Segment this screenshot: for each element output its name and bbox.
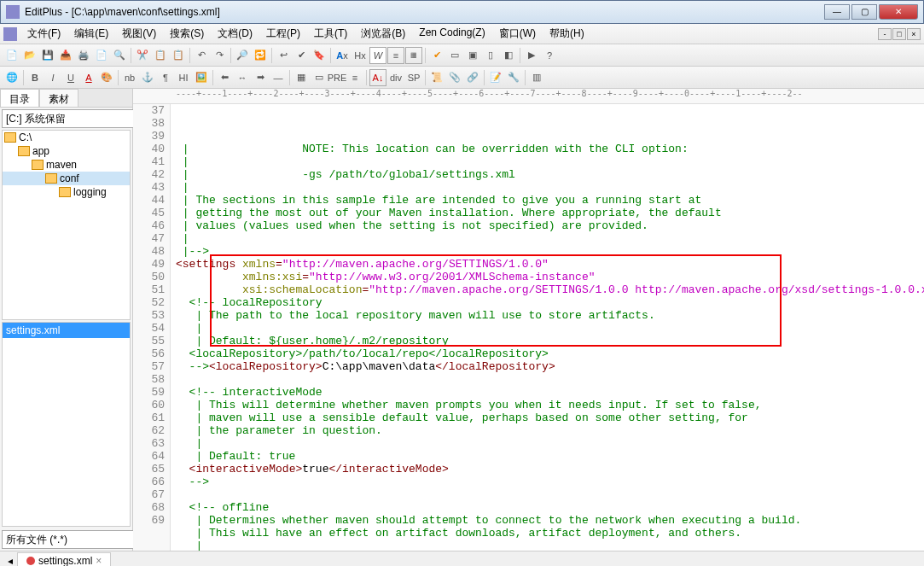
code-line[interactable]: | [176,181,924,194]
cut-icon[interactable]: ✂️ [134,47,151,64]
image-icon[interactable]: 🖼️ [193,69,210,86]
replace-icon[interactable]: 🔁 [252,47,269,64]
code-line[interactable]: |--> [176,245,924,258]
code-line[interactable]: | This will have an effect on artifact d… [176,527,924,540]
app-menu-icon[interactable] [3,27,17,41]
grid-icon[interactable]: ▦ [405,47,422,64]
undo-icon[interactable]: ↶ [193,47,210,64]
mdi-minimize-button[interactable]: - [878,28,892,40]
folder-tree[interactable]: C:\appmavenconflogging [2,130,131,320]
menu-item[interactable]: 浏览器(B) [354,25,412,43]
menu-item[interactable]: 窗口(W) [492,25,543,43]
code-line[interactable]: | The path to the local repository maven… [176,309,924,322]
pre-icon[interactable]: PRE [328,69,346,86]
table-icon[interactable]: ▦ [293,69,310,86]
code-line[interactable]: xsi:schemaLocation="http://maven.apache.… [176,283,924,296]
wrap-icon[interactable]: ↩ [275,47,292,64]
code-line[interactable]: --> [176,476,924,488]
maximize-button[interactable]: ▢ [851,4,877,20]
spellcheck-icon[interactable]: ✔ [293,47,310,64]
import-icon[interactable]: 📄 [93,47,110,64]
code-line[interactable]: | [176,322,924,335]
new-file-icon[interactable]: 📄 [3,47,20,64]
menu-item[interactable]: 视图(V) [115,25,163,43]
code-line[interactable]: | The sections in this sample file are i… [176,194,924,207]
code-line[interactable]: | Determines whether maven should attemp… [176,514,924,527]
close-tab-icon[interactable]: × [96,555,102,567]
palette-icon[interactable]: 🎨 [98,69,115,86]
window1-icon[interactable]: ▭ [446,47,463,64]
menu-item[interactable]: 搜索(S) [163,25,211,43]
menu-item[interactable]: 帮助(H) [543,25,591,43]
align-left-icon[interactable]: ⬅ [216,69,233,86]
menu-item[interactable]: 工具(T) [307,25,354,43]
tool-hx-icon[interactable]: Hx [352,47,369,64]
code-line[interactable] [176,488,924,501]
font-a-icon[interactable]: A↓ [369,69,386,86]
code-line[interactable]: --><localRepository>C:\app\maven\data</l… [176,360,924,373]
font-color-icon[interactable]: A [80,69,97,86]
editor[interactable]: ----+----1----+----2----+----3----+----4… [133,89,924,551]
window4-icon[interactable]: ◧ [500,47,517,64]
tree-node[interactable]: maven [3,158,130,172]
code-line[interactable]: | -gs /path/to/global/settings.xml [176,168,924,181]
help-icon[interactable]: ? [541,47,558,64]
div-icon[interactable]: div [387,69,404,86]
tree-node[interactable]: C:\ [3,131,130,144]
doctab-prev-icon[interactable]: ◂ [3,555,17,567]
misc1-icon[interactable]: 📝 [487,69,504,86]
code-line[interactable]: <!-- interactiveMode [176,386,924,399]
redo-icon[interactable]: ↷ [211,47,228,64]
script1-icon[interactable]: 📜 [428,69,445,86]
copy-icon[interactable]: 📋 [152,47,169,64]
globe-icon[interactable]: 🌐 [3,69,20,86]
code-line[interactable]: | maven will use a sensible default valu… [176,411,924,424]
filter-input[interactable] [2,530,138,549]
tool-w-icon[interactable]: W [369,47,386,64]
tab-directory[interactable]: 目录 [0,89,39,107]
align-center-icon[interactable]: ↔ [234,69,251,86]
code-line[interactable]: xmlns:xsi="http://www.w3.org/2001/XMLSch… [176,271,924,283]
code-line[interactable]: | [176,437,924,450]
menu-item[interactable]: Zen Coding(Z) [412,25,491,43]
filter-combo[interactable]: ▾ [2,530,131,549]
code-line[interactable]: <!-- localRepository [176,296,924,309]
script3-icon[interactable]: 🔗 [464,69,481,86]
tree-node[interactable]: logging [3,185,130,199]
code-line[interactable]: <interactiveMode>true</interactiveMode> [176,463,924,476]
menu-item[interactable]: 工程(P) [259,25,307,43]
load-icon[interactable]: 📥 [57,47,74,64]
drive-input[interactable] [2,109,138,128]
mdi-close-button[interactable]: × [907,28,921,40]
tree-node[interactable]: conf [3,172,130,185]
tab-materials[interactable]: 素材 [39,89,78,107]
code-line[interactable]: <!-- offline [176,501,924,514]
paste-icon[interactable]: 📋 [170,47,187,64]
code-line[interactable]: | values (values used when the setting i… [176,219,924,232]
close-button[interactable]: ✕ [879,4,918,20]
code-line[interactable]: | getting the most out of your Maven ins… [176,207,924,219]
window3-icon[interactable]: ▯ [482,47,499,64]
bold-icon[interactable]: B [26,69,44,86]
form-icon[interactable]: ▭ [311,69,328,86]
document-tab[interactable]: settings.xml × [17,552,111,567]
lines-icon[interactable]: ≡ [387,47,404,64]
code-line[interactable]: | [176,155,924,168]
sp-icon[interactable]: SP [405,69,422,86]
paragraph-icon[interactable]: ¶ [157,69,174,86]
menu-item[interactable]: 文件(F) [20,25,67,43]
code-line[interactable]: | NOTE: This location can be overridden … [176,143,924,155]
play-icon[interactable]: ▶ [523,47,540,64]
tree-node[interactable]: app [3,144,130,158]
list-icon[interactable]: ≡ [346,69,363,86]
code-line[interactable]: | the parameter in question. [176,424,924,437]
code-line[interactable]: | [176,232,924,245]
tool-ax-icon[interactable]: Ax [334,47,351,64]
code-line[interactable]: | Default: true [176,450,924,463]
code-line[interactable] [176,373,924,386]
script2-icon[interactable]: 📎 [446,69,463,86]
code-line[interactable]: | Default: ${user.home}/.m2/repository [176,335,924,347]
code-line[interactable]: | [176,540,924,551]
heading-icon[interactable]: HI [175,69,192,86]
check-icon[interactable]: ✔ [428,47,445,64]
